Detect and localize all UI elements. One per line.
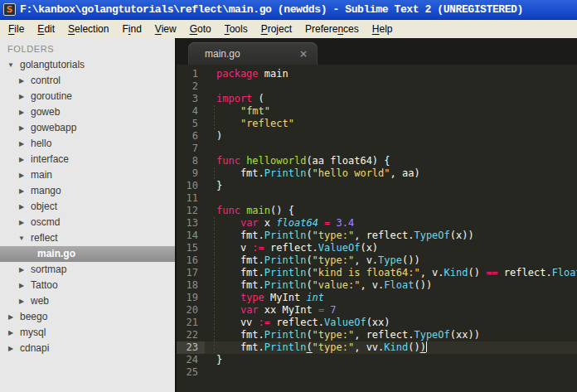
code-line[interactable]: 13 var x float64 = 3.4 [177,217,577,230]
sidebar-item-label: control [31,73,61,89]
code-line-text [205,143,216,155]
chevron-right-icon[interactable]: ▶ [7,309,15,325]
code-line-text: fmt.Println("type:", v.Type()) [205,254,420,267]
menu-item-file[interactable]: File [2,20,31,38]
line-number: 5 [177,118,205,130]
code-line[interactable]: 19 type MyInt int [177,292,577,304]
code-line[interactable]: 12func main() { [177,205,577,217]
line-number: 22 [177,329,205,341]
menu-item-view[interactable]: View [148,20,183,38]
chevron-right-icon[interactable]: ▶ [17,73,26,89]
chevron-right-icon[interactable]: ▶ [17,293,26,309]
code-line[interactable]: 2 [177,80,577,93]
chevron-right-icon[interactable]: ▶ [17,215,26,230]
code-line-text: func main() { [205,205,294,217]
code-line[interactable]: 23 fmt.Println("type:", vv.Kind()) [177,341,577,354]
menu-item-edit[interactable]: Edit [31,20,61,38]
line-number: 18 [177,279,205,292]
chevron-right-icon[interactable]: ▶ [17,278,26,293]
sidebar-item-reflect[interactable]: ▼reflect [0,230,175,246]
line-number: 25 [177,366,205,379]
code-line[interactable]: 7 [177,143,577,155]
chevron-right-icon[interactable]: ▶ [17,167,26,183]
chevron-right-icon[interactable]: ▶ [17,183,26,199]
menu-item-tools[interactable]: Tools [218,20,255,38]
sidebar-item-label: object [31,199,57,215]
menu-item-find[interactable]: Find [115,20,148,38]
sidebar-item-sortmap[interactable]: ▶sortmap [0,262,175,278]
line-number: 6 [177,130,205,143]
code-line-text: } [205,180,222,192]
sidebar-item-interface[interactable]: ▶interface [0,152,175,167]
code-line[interactable]: 14 fmt.Println("type:", reflect.TypeOf(x… [177,230,577,242]
sidebar-item-control[interactable]: ▶control [0,73,175,89]
code-line[interactable]: 20 var xx MyInt = 7 [177,304,577,317]
code-line[interactable]: 21 vv := reflect.ValueOf(xx) [177,317,577,329]
code-line[interactable]: 24} [177,354,577,366]
line-number: 1 [177,68,205,80]
sidebar-item-golangtutorials[interactable]: ▼golangtutorials [0,57,175,73]
code-line[interactable]: 15 v := reflect.ValueOf(x) [177,242,577,254]
chevron-right-icon[interactable]: ▶ [17,89,26,104]
sidebar-item-goweb[interactable]: ▶goweb [0,104,175,120]
tab-main-go[interactable]: main.go× [188,42,318,65]
chevron-down-icon[interactable]: ▼ [7,57,15,73]
line-number: 3 [177,93,205,105]
code-line-text: } [205,354,222,366]
code-line[interactable]: 3import ( [177,93,577,105]
sidebar-item-cdnapi[interactable]: ▶cdnapi [0,341,175,356]
chevron-right-icon[interactable]: ▶ [17,199,26,215]
menu-item-help[interactable]: Help [366,20,400,38]
sidebar-item-tattoo[interactable]: ▶Tattoo [0,278,175,293]
sidebar-item-gowebapp[interactable]: ▶gowebapp [0,120,175,136]
sidebar-item-label: reflect [31,230,58,246]
code-line[interactable]: 17 fmt.Println("kind is float64:", v.Kin… [177,267,577,279]
code-line[interactable]: 6) [177,130,577,143]
code-line-text: v := reflect.ValueOf(x) [205,242,378,254]
code-line[interactable]: 5 "reflect" [177,118,577,130]
code-line[interactable]: 18 fmt.Println("value:", v.Float()) [177,279,577,292]
code-editor[interactable]: main.go× 1package main23import (4 "fmt"5… [177,38,577,392]
line-number: 8 [177,155,205,167]
close-icon[interactable]: × [299,49,308,59]
menu-item-project[interactable]: Project [255,20,298,38]
chevron-right-icon[interactable]: ▶ [17,136,26,152]
sidebar-item-web[interactable]: ▶web [0,293,175,309]
sidebar-item-object[interactable]: ▶object [0,199,175,215]
code-line[interactable]: 11 [177,192,577,205]
chevron-right-icon[interactable]: ▶ [7,325,15,341]
sidebar-item-goroutine[interactable]: ▶goroutine [0,89,175,104]
code-line[interactable]: 22 fmt.Println("type:", reflect.TypeOf(x… [177,329,577,341]
chevron-right-icon[interactable]: ▶ [17,152,26,167]
sidebar-item-label: golangtutorials [20,57,85,73]
menu-item-preferences[interactable]: Preferences [298,20,366,38]
chevron-right-icon[interactable]: ▶ [17,262,26,278]
chevron-down-icon[interactable]: ▼ [17,230,26,246]
sidebar-item-mango[interactable]: ▶mango [0,183,175,199]
code-line[interactable]: 9 fmt.Println("hello world", aa) [177,167,577,180]
code-line-text: fmt.Println("type:", vv.Kind()) [205,341,427,354]
code-line[interactable]: 16 fmt.Println("type:", v.Type()) [177,254,577,267]
code-area[interactable]: 1package main23import (4 "fmt"5 "reflect… [177,65,577,392]
code-line[interactable]: 25 [177,366,577,379]
code-line[interactable]: 1package main [177,68,577,80]
sidebar-item-hello[interactable]: ▶hello [0,136,175,152]
line-number: 9 [177,167,205,180]
chevron-right-icon[interactable]: ▶ [17,104,26,120]
menu-bar: FileEditSelectionFindViewGotoToolsProjec… [0,20,577,38]
menu-item-selection[interactable]: Selection [61,20,115,38]
sidebar-item-label: mysql [20,325,46,341]
code-line[interactable]: 10} [177,180,577,192]
sidebar-item-mysql[interactable]: ▶mysql [0,325,175,341]
code-line-text: fmt.Println("value:", v.Float()) [205,279,432,292]
sidebar-item-main-go[interactable]: main.go [0,246,175,262]
line-number: 7 [177,143,205,155]
code-line[interactable]: 8func helloworld(aa float64) { [177,155,577,167]
code-line[interactable]: 4 "fmt" [177,105,577,118]
sidebar-item-oscmd[interactable]: ▶oscmd [0,215,175,230]
chevron-right-icon[interactable]: ▶ [7,341,15,356]
menu-item-goto[interactable]: Goto [183,20,218,38]
sidebar-item-beego[interactable]: ▶beego [0,309,175,325]
chevron-right-icon[interactable]: ▶ [17,120,26,136]
sidebar-item-main[interactable]: ▶main [0,167,175,183]
